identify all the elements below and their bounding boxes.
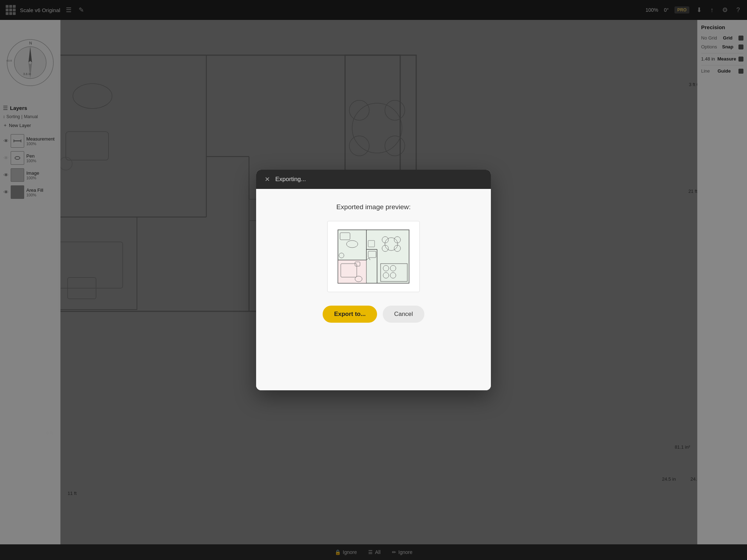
modal-close-button[interactable]: ✕ bbox=[263, 175, 271, 183]
export-modal: ✕ Exporting... Exported image preview: bbox=[256, 170, 491, 390]
modal-actions: Export to... Cancel bbox=[323, 306, 424, 323]
preview-label: Exported image preview: bbox=[336, 203, 410, 211]
modal-title: Exporting... bbox=[275, 176, 306, 183]
export-button[interactable]: Export to... bbox=[323, 306, 377, 323]
modal-body: Exported image preview: bbox=[256, 189, 491, 390]
modal-overlay[interactable]: ✕ Exporting... Exported image preview: bbox=[0, 0, 747, 560]
modal-header: ✕ Exporting... bbox=[256, 170, 491, 189]
preview-image-container bbox=[327, 221, 420, 292]
floor-plan-preview-svg bbox=[334, 226, 413, 287]
cancel-button[interactable]: Cancel bbox=[383, 306, 424, 323]
